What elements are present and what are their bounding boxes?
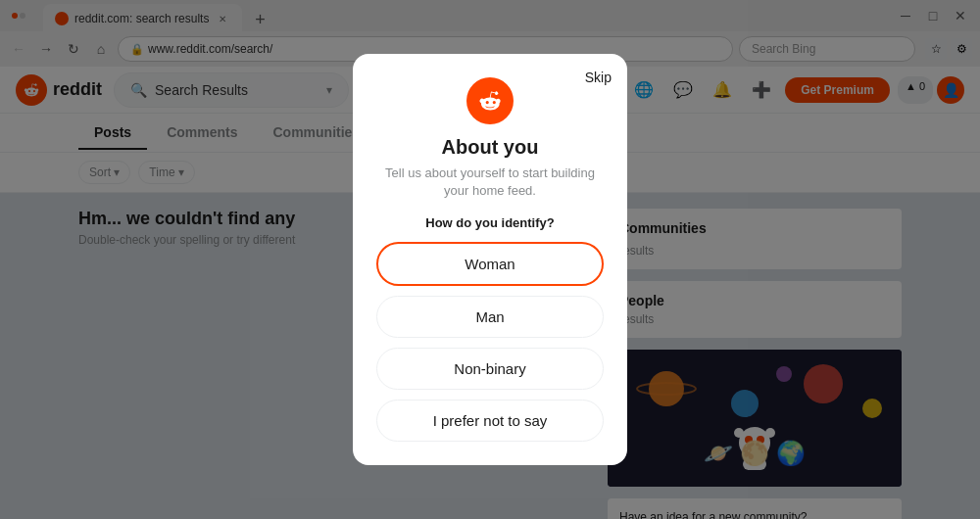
about-you-modal: Skip About you Tell us about yourself to… [353,54,627,465]
modal-title: About you [442,136,539,159]
gender-option-man[interactable]: Man [376,296,604,338]
gender-option-woman[interactable]: Woman [376,242,604,286]
modal-reddit-icon [466,77,514,124]
modal-header: About you Tell us about yourself to star… [376,77,604,200]
gender-option-nonbinary[interactable]: Non-binary [376,348,604,390]
modal-question: How do you identify? [376,215,604,230]
modal-skip-button[interactable]: Skip [585,70,612,85]
modal-subtitle: Tell us about yourself to start building… [376,165,604,200]
modal-overlay: Skip About you Tell us about yourself to… [0,0,980,519]
gender-option-prefer-not[interactable]: I prefer not to say [376,400,604,442]
